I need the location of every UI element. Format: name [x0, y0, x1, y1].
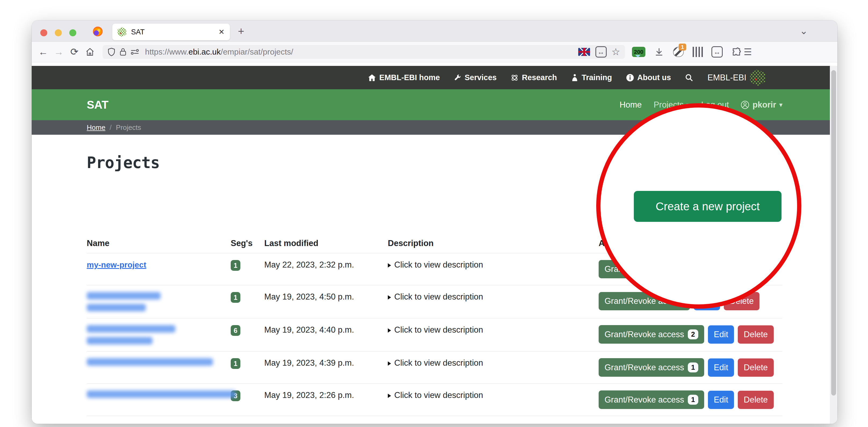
forward-button[interactable]: →	[51, 46, 67, 58]
permissions-icon[interactable]	[130, 49, 139, 55]
embl-ebi-logo: EMBL-EBI	[707, 69, 765, 86]
col-header-modified: Last modified	[264, 238, 388, 253]
browser-toolbar: ← → ⟳ https://www.ebi.ac.uk/empiar/sat/p…	[32, 42, 837, 62]
close-tab-icon[interactable]: ✕	[218, 28, 224, 36]
project-link-redacted[interactable]	[87, 351, 231, 384]
last-modified: May 19, 2023, 2:26 p.m.	[264, 384, 388, 416]
grant-revoke-button[interactable]: Grant/Revoke access1	[599, 358, 704, 377]
delete-button[interactable]: Delete	[738, 325, 774, 344]
access-count-badge: 2	[688, 330, 698, 339]
tab-title: SAT	[131, 28, 216, 36]
extensions-puzzle-icon[interactable]	[731, 46, 742, 58]
grant-revoke-button[interactable]: Grant/Revoke access1	[599, 391, 704, 409]
uk-flag-translate-icon[interactable]	[578, 48, 590, 56]
tab-sat[interactable]: SAT ✕	[112, 24, 230, 40]
back-button[interactable]: ←	[35, 46, 51, 58]
badger-extension-icon[interactable]: 1	[673, 46, 684, 58]
minimize-window-button[interactable]	[55, 29, 62, 36]
address-bar[interactable]: https://www.ebi.ac.uk/empiar/sat/project…	[102, 45, 625, 59]
table-row: 1 May 19, 2023, 4:39 p.m. Click to view …	[87, 351, 782, 384]
last-modified: May 22, 2023, 2:32 p.m.	[264, 253, 388, 285]
triangle-icon	[388, 361, 391, 366]
nav-home-link[interactable]: Home	[620, 100, 642, 110]
nav-embl-home[interactable]: EMBL-EBI home	[368, 73, 440, 82]
list-tabs-chevron-icon[interactable]: ⌄	[800, 25, 808, 36]
vertical-scrollbar[interactable]	[830, 66, 837, 424]
nav-about-us[interactable]: About us	[626, 73, 671, 82]
edit-button[interactable]: Edit	[708, 391, 734, 409]
description-toggle[interactable]: Click to view description	[388, 351, 599, 384]
description-toggle[interactable]: Click to view description	[388, 285, 599, 318]
shield-icon[interactable]	[107, 47, 116, 56]
embl-hex-logo-icon	[750, 69, 765, 86]
access-count-badge: 1	[688, 363, 698, 372]
annotation-circle: Create a new project	[596, 103, 801, 309]
sat-brand[interactable]: SAT	[87, 98, 108, 111]
project-link[interactable]: my-new-project	[87, 260, 146, 269]
close-window-button[interactable]	[40, 29, 47, 36]
delete-button[interactable]: Delete	[738, 391, 774, 409]
nav-research[interactable]: Research	[510, 73, 557, 82]
embl-masthead: EMBL-EBI home Services Research Training…	[32, 66, 837, 89]
access-count-badge: 1	[688, 395, 698, 405]
delete-button[interactable]: Delete	[738, 359, 774, 377]
description-toggle[interactable]: Click to view description	[388, 318, 599, 351]
edit-button[interactable]: Edit	[708, 359, 734, 377]
downloads-button[interactable]	[653, 46, 665, 58]
last-modified: May 19, 2023, 4:50 p.m.	[264, 285, 388, 318]
grant-revoke-button[interactable]: Grant/Revoke access2	[599, 325, 704, 344]
nav-services[interactable]: Services	[454, 73, 497, 82]
bracket-extension-icon[interactable]: ↔	[711, 46, 723, 58]
description-toggle[interactable]: Click to view description	[388, 253, 599, 285]
segments-badge: 1	[231, 260, 240, 271]
project-link-redacted[interactable]	[87, 318, 231, 351]
url-text: https://www.ebi.ac.uk/empiar/sat/project…	[145, 47, 578, 56]
browser-window: SAT ✕ + ⌄ ← → ⟳ https://www.ebi.ac.uk/em…	[32, 21, 837, 424]
segments-badge: 1	[231, 358, 240, 369]
bookmark-star-icon[interactable]: ☆	[612, 46, 620, 58]
table-row: 6 May 19, 2023, 4:40 p.m. Click to view …	[87, 318, 782, 351]
zoom-window-button[interactable]	[69, 29, 76, 36]
embl-favicon-icon	[118, 27, 126, 37]
segments-badge: 6	[231, 325, 240, 336]
chevron-down-icon: ▾	[779, 102, 782, 108]
user-menu[interactable]: pkorir▾	[741, 100, 782, 110]
triangle-icon	[388, 328, 391, 333]
create-project-button[interactable]: Create a new project	[634, 191, 781, 222]
last-modified: May 19, 2023, 4:39 p.m.	[264, 351, 388, 384]
edit-button[interactable]: Edit	[708, 325, 734, 344]
tab-width-extension-icon[interactable]: ↔	[595, 46, 607, 58]
last-modified: May 19, 2023, 4:40 p.m.	[264, 318, 388, 351]
segments-badge: 1	[231, 292, 240, 303]
reload-button[interactable]: ⟳	[67, 46, 82, 58]
description-toggle[interactable]: Click to view description	[388, 384, 599, 416]
new-tab-button[interactable]: +	[238, 25, 244, 37]
counter-extension-icon[interactable]: 200	[632, 47, 645, 57]
notification-badge: 1	[679, 44, 686, 51]
home-button[interactable]	[82, 47, 98, 56]
table-row: 3 May 19, 2023, 2:26 p.m. Click to view …	[87, 384, 782, 416]
triangle-icon	[388, 295, 391, 300]
col-header-description: Description	[388, 238, 599, 253]
tab-strip: SAT ✕ + ⌄	[32, 21, 837, 42]
breadcrumb-separator: /	[110, 123, 112, 132]
breadcrumb-current: Projects	[116, 123, 141, 132]
app-menu-button[interactable]: ☰	[744, 47, 752, 57]
nav-training[interactable]: Training	[571, 73, 612, 82]
project-link-redacted[interactable]	[87, 384, 231, 416]
col-header-name: Name	[87, 238, 231, 253]
search-icon[interactable]	[685, 74, 693, 82]
triangle-icon	[388, 263, 391, 267]
fence-extension-icon[interactable]	[692, 46, 703, 58]
project-link-redacted[interactable]	[87, 285, 231, 318]
breadcrumb-home-link[interactable]: Home	[87, 123, 105, 132]
triangle-icon	[388, 394, 391, 398]
firefox-icon	[93, 27, 102, 36]
scrollbar-thumb[interactable]	[831, 70, 836, 396]
col-header-segs: Seg's	[231, 238, 264, 253]
person-circle-icon	[741, 101, 749, 109]
lock-icon[interactable]	[119, 48, 127, 56]
extension-cluster: 200 1 ↔	[632, 46, 742, 58]
